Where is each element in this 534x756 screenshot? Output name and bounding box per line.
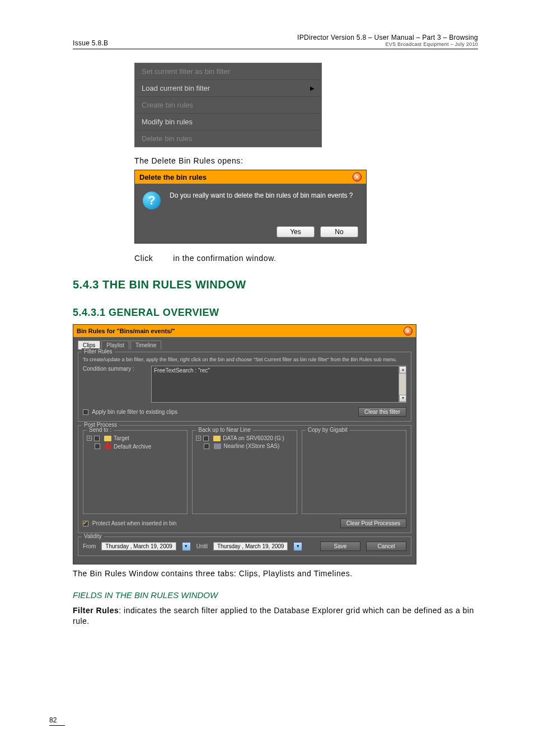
tree-label: Default Archive [114,444,151,450]
tree-item-data-srv[interactable]: + DATA on SRV60320 (G:) [196,435,293,441]
product-label: IPDirector Version 5.8 – User Manual – P… [297,34,478,41]
validity-legend: Validity [82,533,104,539]
archive-icon [105,443,111,450]
protect-asset-label: Protect Asset when inserted in bin [92,520,177,526]
yes-button[interactable]: Yes [277,226,315,237]
tree-expand-icon[interactable]: + [196,436,201,441]
close-icon[interactable]: × [404,326,413,335]
confirm-click: Click [134,254,153,263]
condition-summary-value: FreeTextSearch : "rec" [154,367,210,374]
menu-item-label: Load current bin filter [142,84,210,92]
fields-heading: FIELDS IN THE BIN RULES WINDOW [73,590,478,600]
brw-title-text: Bin Rules for "Bins/main events/" [77,328,175,334]
condition-summary-label: Condition summary : [83,366,144,372]
send-to-legend: Send to : [87,427,114,433]
apply-filter-label: Apply bin rule filter to existing clips [92,409,177,415]
filter-rules-field-desc: Filter Rules: indicates the search filte… [73,605,478,627]
tree-label: DATA on SRV60320 (G:) [223,435,284,441]
copy-gigabit-panel: Copy by Gigabit [302,430,406,514]
menu-item-label: Modify bin rules [142,118,193,126]
checkbox-icon[interactable] [203,436,209,441]
page-number: 82 [49,716,65,726]
clear-post-processes-button[interactable]: Clear Post Processes [340,519,406,528]
folder-icon [213,436,221,441]
section-heading-5-4-3: 5.4.3 THE BIN RULES WINDOW [73,278,478,291]
backup-nearline-panel: Back up to Near Line + DATA on SRV60320 … [192,430,297,514]
menu-item-label: Create bin rules [142,101,193,109]
submenu-arrow-icon: ▶ [310,85,315,91]
menu-load-current-bin-filter[interactable]: Load current bin filter ▶ [135,80,321,97]
validity-fieldset: Validity From Thursday , March 19, 2009 … [78,536,411,556]
tab-timeline[interactable]: Timeline [130,340,161,349]
dialog-title-text: Delete the bin rules [139,173,207,181]
tree-label: Target [114,435,129,441]
delete-opens-text: The Delete Bin Rules opens: [134,156,478,165]
bin-rules-window: Bin Rules for "Bins/main events/" × Clip… [73,324,416,564]
from-label: From [83,543,96,549]
checkbox-icon[interactable] [83,521,88,526]
menu-item-label: Set current filter as bin filter [142,67,230,76]
save-button[interactable]: Save [320,542,360,551]
cancel-button[interactable]: Cancel [366,542,406,551]
delete-bin-rules-dialog: Delete the bin rules × ? Do you really w… [134,170,367,244]
send-to-panel: Send to : + Target Default Archive [83,430,188,514]
field-name: Filter Rules [73,606,119,615]
backup-legend: Back up to Near Line [196,427,252,433]
header-sub: EVS Broadcast Equipment – July 2010 [297,41,478,47]
confirm-line: Click in the confirmation window. [134,254,478,263]
confirm-suffix: in the confirmation window. [173,254,276,263]
tree-item-default-archive[interactable]: Default Archive [95,443,184,450]
until-label: Until [196,543,208,549]
dialog-titlebar: Delete the bin rules × [135,170,366,184]
context-menu: Set current filter as bin filter Load cu… [134,63,322,147]
from-date-input[interactable]: Thursday , March 19, 2009 [101,542,176,550]
scroll-up-icon[interactable]: ▴ [399,366,406,374]
copy-gigabit-legend: Copy by Gigabit [306,427,350,433]
tree-expand-icon[interactable]: + [87,436,92,441]
brw-tabs: Clips Playlist Timeline [78,340,411,349]
close-icon[interactable]: × [353,172,362,181]
tree-item-nearline-xstore[interactable]: Nearline (XStore SAS) [204,443,293,449]
scrollbar[interactable]: ▴ ▾ [399,366,406,402]
menu-modify-bin-rules[interactable]: Modify bin rules [135,114,321,130]
tree-label: Nearline (XStore SAS) [223,443,279,449]
protect-asset-checkbox-row[interactable]: Protect Asset when inserted in bin [83,520,176,526]
tabs-description: The Bin Rules Window contains three tabs… [73,569,478,578]
question-icon: ? [143,192,161,209]
tree-item-target[interactable]: + Target [87,435,184,441]
no-button[interactable]: No [320,226,358,237]
filter-rules-legend: Filter Rules [82,348,115,354]
folder-icon [214,444,221,449]
checkbox-icon[interactable] [83,409,88,415]
folder-icon [104,436,111,441]
menu-item-label: Delete bin rules [142,134,192,143]
checkbox-icon[interactable] [94,436,100,441]
menu-set-current-filter: Set current filter as bin filter [135,63,321,80]
checkbox-icon[interactable] [95,444,100,449]
scroll-down-icon[interactable]: ▾ [399,395,406,402]
issue-label: Issue 5.8.B [73,39,108,47]
menu-delete-bin-rules: Delete bin rules [135,130,321,147]
header-divider [73,49,478,49]
condition-summary-box: FreeTextSearch : "rec" ▴ ▾ [151,366,406,403]
dropdown-icon[interactable]: ▾ [182,542,191,551]
apply-filter-checkbox-row[interactable]: Apply bin rule filter to existing clips [83,409,177,415]
post-process-fieldset: Post Process Send to : + Target [78,425,411,533]
menu-create-bin-rules: Create bin rules [135,97,321,114]
dropdown-icon[interactable]: ▾ [293,542,302,551]
filter-help-text: To create/update a bin filter, apply the… [83,357,406,362]
until-date-input[interactable]: Thursday , March 19, 2009 [213,542,288,550]
checkbox-icon[interactable] [204,444,209,449]
dialog-message: Do you really want to delete the bin rul… [170,192,353,199]
field-text: : indicates the search filter applied to… [73,606,474,626]
section-heading-5-4-3-1: 5.4.3.1 GENERAL OVERVIEW [73,307,478,319]
clear-filter-button[interactable]: Clear this filter [358,407,406,417]
filter-rules-fieldset: Filter Rules To create/update a bin filt… [78,352,411,422]
